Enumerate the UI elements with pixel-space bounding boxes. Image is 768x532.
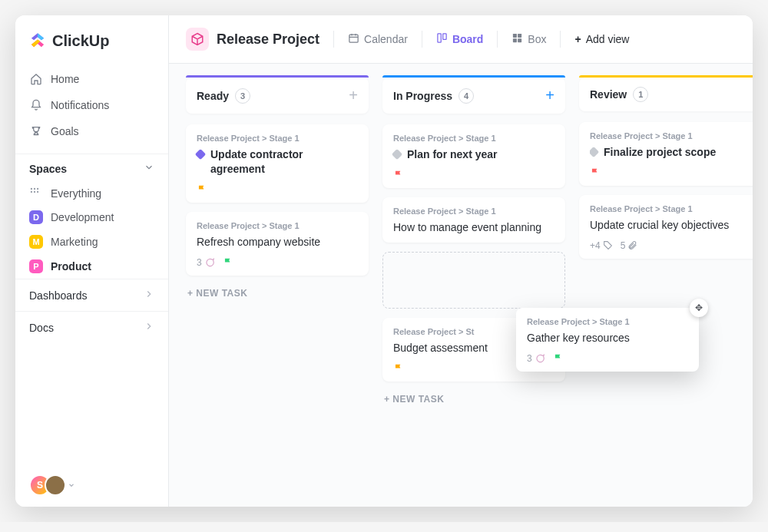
space-development[interactable]: D Development — [15, 205, 168, 230]
card-title: Plan for next year — [407, 147, 498, 162]
chevron-down-icon — [144, 162, 154, 175]
flag-icon — [393, 363, 404, 374]
space-badge: D — [29, 210, 43, 224]
column-header[interactable]: In Progress 4 + — [382, 78, 565, 114]
chevron-right-icon — [144, 321, 154, 334]
column-title: Ready — [197, 90, 229, 102]
calendar-icon — [348, 32, 359, 46]
dragging-task-card[interactable]: ✥ Release Project > Stage 1 Gather key r… — [516, 308, 699, 372]
grid-icon — [29, 187, 43, 200]
column-count: 3 — [235, 88, 250, 104]
tags-count: +4 — [590, 240, 613, 251]
space-label: Development — [51, 211, 114, 223]
svg-point-0 — [31, 188, 32, 190]
column-header[interactable]: Ready 3 + — [186, 78, 369, 114]
space-everything[interactable]: Everything — [15, 181, 168, 205]
nav-home[interactable]: Home — [15, 66, 168, 92]
view-calendar[interactable]: Calendar — [348, 32, 408, 46]
space-everything-label: Everything — [51, 187, 101, 200]
svg-rect-9 — [513, 34, 517, 38]
svg-rect-10 — [518, 34, 521, 38]
svg-rect-12 — [518, 38, 521, 42]
comment-icon — [535, 353, 545, 364]
add-view-label: Add view — [586, 33, 630, 45]
task-card[interactable]: Release Project > Stage 1 Finalize proje… — [579, 122, 753, 186]
column-header[interactable]: Review 1 — [579, 78, 753, 111]
add-card-button[interactable]: + — [545, 87, 554, 104]
card-breadcrumb: Release Project > Stage 1 — [393, 207, 554, 216]
column-title: Review — [590, 88, 627, 101]
section-dashboards[interactable]: Dashboards — [15, 279, 168, 311]
bell-icon — [29, 98, 43, 112]
add-view[interactable]: + Add view — [574, 33, 629, 45]
card-breadcrumb: Release Project > Stage 1 — [393, 134, 554, 143]
nav-notifications[interactable]: Notifications — [15, 92, 168, 118]
svg-rect-7 — [438, 34, 441, 42]
add-card-button[interactable]: + — [349, 87, 358, 104]
space-label: Marketing — [51, 236, 98, 248]
column-review: Review 1 Release Project > Stage 1 Final… — [579, 78, 753, 268]
app-window: ClickUp Home Notifications Goals — [15, 15, 753, 507]
task-card[interactable]: Release Project > Stage 1 Refresh compan… — [186, 212, 369, 276]
card-title: Update crucial key objectives — [590, 218, 729, 233]
new-task-button[interactable]: + NEW TASK — [186, 285, 369, 302]
view-box-label: Box — [528, 33, 546, 45]
flag-icon — [393, 170, 404, 180]
card-breadcrumb: Release Project > Stage 1 — [590, 204, 751, 213]
sidebar: ClickUp Home Notifications Goals — [15, 15, 169, 507]
drop-placeholder[interactable] — [382, 252, 565, 309]
main-area: Release Project Calendar Board — [169, 15, 753, 507]
card-title: Gather key resources — [527, 331, 630, 345]
project-heading[interactable]: Release Project — [186, 28, 319, 51]
brand-logo[interactable]: ClickUp — [15, 15, 168, 61]
svg-point-1 — [34, 188, 35, 190]
brand-name: ClickUp — [52, 32, 109, 50]
column-count: 1 — [633, 87, 648, 102]
move-icon: ✥ — [690, 299, 708, 317]
spaces-header[interactable]: Spaces — [15, 154, 168, 181]
nav-goals-label: Goals — [51, 125, 79, 137]
nav-goals[interactable]: Goals — [15, 118, 168, 144]
nav-home-label: Home — [51, 73, 79, 85]
space-badge: M — [29, 235, 43, 249]
view-board[interactable]: Board — [436, 32, 483, 46]
avatar — [45, 474, 66, 496]
user-avatars[interactable]: S — [15, 464, 168, 507]
chevron-right-icon — [144, 289, 154, 302]
view-box[interactable]: Box — [511, 32, 546, 46]
topbar: Release Project Calendar Board — [169, 15, 753, 64]
card-breadcrumb: Release Project > Stage 1 — [590, 131, 751, 140]
comments-count: 3 — [527, 353, 545, 364]
section-docs-label: Docs — [29, 322, 54, 334]
section-dashboards-label: Dashboards — [29, 289, 88, 302]
space-label: Product — [51, 260, 91, 273]
task-card[interactable]: Release Project > Stage 1 Update contrac… — [186, 124, 369, 203]
trophy-icon — [29, 124, 43, 138]
project-title: Release Project — [217, 31, 319, 48]
space-marketing[interactable]: M Marketing — [15, 230, 168, 254]
task-card[interactable]: Release Project > Stage 1 How to manage … — [382, 197, 565, 243]
column-ready: Ready 3 + Release Project > Stage 1 Upda… — [186, 78, 369, 302]
cube-icon — [186, 28, 209, 51]
card-title: Refresh company website — [197, 235, 320, 249]
attachments-count: 5 — [621, 240, 638, 251]
new-task-button[interactable]: + NEW TASK — [382, 391, 565, 408]
card-title: How to manage event planning — [393, 220, 541, 235]
task-card[interactable]: Release Project > Stage 1 Plan for next … — [382, 124, 565, 188]
column-title: In Progress — [393, 90, 452, 102]
space-product[interactable]: P Product — [15, 254, 168, 279]
card-title: Update contractor agreement — [210, 147, 358, 177]
flag-icon — [223, 257, 233, 268]
paperclip-icon — [627, 240, 637, 250]
comment-icon — [204, 257, 215, 268]
priority-diamond-icon — [392, 149, 402, 160]
view-board-label: Board — [452, 33, 483, 45]
section-docs[interactable]: Docs — [15, 311, 168, 343]
task-card[interactable]: Release Project > Stage 1 Update crucial… — [579, 195, 753, 259]
svg-point-3 — [34, 191, 35, 193]
space-badge: P — [29, 259, 43, 273]
view-calendar-label: Calendar — [364, 33, 408, 45]
svg-point-2 — [31, 191, 32, 193]
column-count: 4 — [458, 88, 474, 104]
chevron-down-icon — [68, 479, 75, 491]
